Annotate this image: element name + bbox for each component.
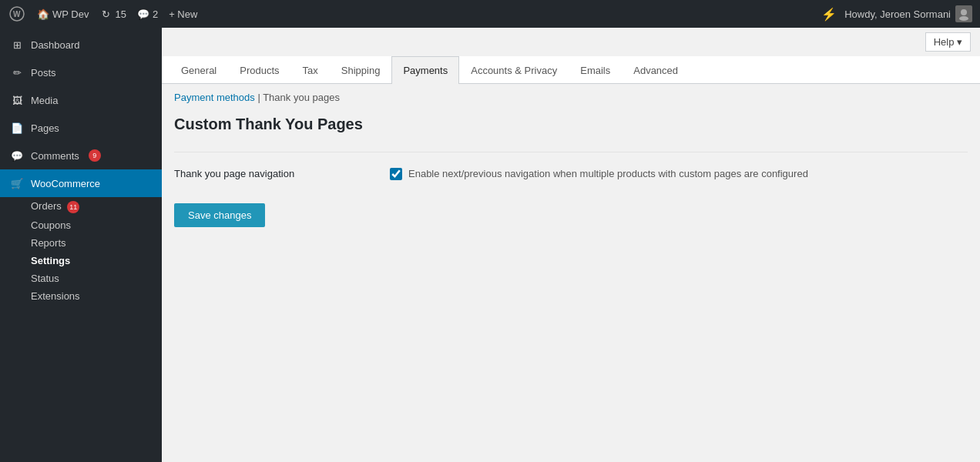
sidebar-sub-coupons[interactable]: Coupons (0, 216, 162, 234)
tab-advanced[interactable]: Advanced (622, 56, 690, 84)
sidebar-sub-reports[interactable]: Reports (0, 234, 162, 252)
breadcrumb-parent-link[interactable]: Payment methods (174, 92, 255, 103)
orders-badge: 11 (67, 201, 79, 213)
sidebar-sub-status[interactable]: Status (0, 270, 162, 287)
tab-tax[interactable]: Tax (291, 56, 330, 84)
updates-icon: ↻ (99, 8, 112, 20)
comments-icon: 💬 (137, 8, 149, 20)
tab-general[interactable]: General (169, 56, 228, 84)
svg-text:W: W (13, 10, 21, 18)
breadcrumb-current: Thank you pages (263, 92, 340, 103)
help-button[interactable]: Help ▾ (925, 32, 971, 52)
sidebar-sub-extensions[interactable]: Extensions (0, 287, 162, 305)
sidebar-sub-orders[interactable]: Orders 11 (0, 197, 162, 216)
pages-icon: 📄 (9, 120, 25, 136)
sidebar-item-posts[interactable]: ✏ Posts (0, 59, 162, 86)
updates-item[interactable]: ↻ 15 (99, 8, 126, 20)
sidebar: ⊞ Dashboard ✏ Posts 🖼 Media 📄 Pages 💬 Co… (0, 28, 162, 462)
sidebar-item-woocommerce[interactable]: 🛒 WooCommerce (0, 169, 162, 197)
nav-checkbox[interactable] (390, 168, 402, 180)
sidebar-sub-settings[interactable]: Settings (0, 252, 162, 270)
comments-badge: 9 (89, 149, 101, 162)
content-area: Help ▾ General Products Tax Shipping Pay… (162, 28, 980, 462)
page-title: Custom Thank You Pages (174, 116, 968, 133)
svg-point-2 (961, 9, 967, 15)
tab-payments[interactable]: Payments (391, 56, 459, 84)
tabs-bar: General Products Tax Shipping Payments A… (162, 56, 980, 84)
sidebar-item-media[interactable]: 🖼 Media (0, 86, 162, 114)
save-changes-button[interactable]: Save changes (174, 203, 265, 227)
nav-setting-label: Thank you page navigation (174, 166, 390, 179)
wp-logo[interactable]: W (8, 5, 26, 23)
nav-setting-row: Thank you page navigation Enable next/pr… (174, 152, 968, 196)
breadcrumb: Payment methods | Thank you pages (162, 84, 980, 108)
posts-icon: ✏ (9, 65, 25, 80)
help-bar: Help ▾ (162, 28, 980, 56)
avatar (955, 5, 972, 22)
site-name[interactable]: 🏠 WP Dev (37, 8, 89, 20)
svg-point-3 (959, 16, 968, 21)
nav-checkbox-label[interactable]: Enable next/previous navigation when mul… (408, 166, 808, 182)
main-layout: ⊞ Dashboard ✏ Posts 🖼 Media 📄 Pages 💬 Co… (0, 28, 980, 462)
adminbar-right: ⚡ Howdy, Jeroen Sormani (821, 5, 972, 22)
woocommerce-icon: 🛒 (9, 176, 25, 191)
tab-accounts-privacy[interactable]: Accounts & Privacy (459, 56, 569, 84)
page-content: Custom Thank You Pages Thank you page na… (162, 108, 980, 243)
admin-bar: W 🏠 WP Dev ↻ 15 💬 2 + New ⚡ Howdy, Jeroe… (0, 0, 980, 28)
sidebar-item-dashboard[interactable]: ⊞ Dashboard (0, 31, 162, 59)
comments-sidebar-icon: 💬 (9, 148, 25, 163)
comments-item[interactable]: 💬 2 (137, 8, 158, 20)
media-icon: 🖼 (9, 92, 25, 108)
lightning-icon: ⚡ (821, 7, 837, 22)
new-content-item[interactable]: + New (169, 8, 197, 20)
tab-emails[interactable]: Emails (569, 56, 622, 84)
home-icon: 🏠 (37, 8, 49, 20)
sidebar-item-comments[interactable]: 💬 Comments 9 (0, 142, 162, 169)
tab-products[interactable]: Products (228, 56, 290, 84)
tab-shipping[interactable]: Shipping (330, 56, 392, 84)
dashboard-icon: ⊞ (9, 37, 25, 52)
user-menu[interactable]: Howdy, Jeroen Sormani (844, 5, 972, 22)
nav-setting-control: Enable next/previous navigation when mul… (390, 166, 968, 182)
sidebar-item-pages[interactable]: 📄 Pages (0, 114, 162, 142)
